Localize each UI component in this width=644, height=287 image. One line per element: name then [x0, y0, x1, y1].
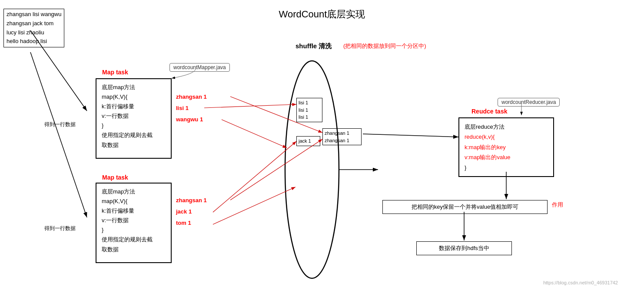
map2-line-1: 底层map方法 [102, 187, 166, 197]
input-line-3: lucy lisi zhaoliu [7, 28, 61, 37]
reduce-line-4: v:map输出的value [465, 152, 548, 162]
map1-out-3: wangwu 1 [176, 114, 207, 125]
hdfs-label: 数据保存到hdfs当中 [439, 245, 489, 251]
jack-line-1: jack 1 [299, 137, 318, 145]
lisi-line-2: lisi 1 [299, 107, 320, 114]
input-line-2: zhangsan jack tom [7, 19, 61, 28]
map-task-1-label: Map task [102, 69, 128, 76]
svg-line-6 [204, 104, 296, 108]
action-label: 作用 [552, 201, 563, 209]
input-data-box: zhangsan lisi wangwu zhangsan jack tom l… [3, 9, 64, 47]
map-task-2-label: Map task [102, 174, 128, 181]
mapper-file-label: wordcountMapper.java [169, 63, 230, 72]
map2-out-3: tom 1 [176, 217, 207, 229]
map1-line-4: v:一行数据 [102, 111, 166, 121]
reduce-line-2: reduce(k,v){ [465, 132, 548, 142]
map2-out-2: jack 1 [176, 206, 207, 217]
zhangsan-line-2: zhangsan 1 [325, 137, 359, 144]
reduce-box: 底层reduce方法 reduce(k,v){ k:map输出的key v:ma… [458, 117, 554, 177]
action-desc: 把相同的key保留一个并将value值相加即可 [412, 204, 518, 210]
reducer-file-label: wordcountReducer.java [498, 98, 560, 107]
inner-box-jack: jack 1 [296, 136, 320, 146]
shuffle-sublabel: (把相同的数据放到同一个分区中) [343, 42, 426, 50]
map1-out-2: lisi 1 [176, 103, 207, 114]
page-title: WordCount底层实现 [279, 8, 365, 21]
map2-line-4: v:一行数据 [102, 216, 166, 225]
map2-out-1: zhangsan 1 [176, 195, 207, 206]
map1-line-7: 取数据 [102, 140, 166, 150]
inner-box-lisi: lisi 1 lisi 1 lisi 1 [296, 98, 322, 122]
svg-point-2 [285, 61, 339, 278]
map1-line-2: map(K,V){ [102, 92, 166, 102]
arrow-label-2: 得到一行数据 [44, 225, 76, 232]
map2-line-3: k:首行偏移量 [102, 206, 166, 216]
map1-line-6: 使用指定的规则去截 [102, 130, 166, 140]
action-desc-box: 把相同的key保留一个并将value值相加即可 [382, 200, 548, 214]
reduce-line-1: 底层reduce方法 [465, 122, 548, 132]
map1-out-1: zhangsan 1 [176, 91, 207, 103]
map2-line-5: } [102, 225, 166, 235]
lisi-line-1: lisi 1 [299, 99, 320, 107]
watermark: https://blog.csdn.net/m0_46931742 [543, 280, 618, 285]
reduce-task-label: Reudce task [471, 108, 507, 115]
hdfs-box: 数据保存到hdfs当中 [416, 241, 512, 255]
svg-line-7 [222, 120, 287, 148]
lisi-line-3: lisi 1 [299, 113, 320, 121]
reduce-line-3: k:map输出的key [465, 142, 548, 152]
map1-line-5: } [102, 121, 166, 130]
input-line-1: zhangsan lisi wangwu [7, 10, 61, 19]
svg-line-4 [30, 52, 87, 217]
map2-line-6: 使用指定的规则去截 [102, 235, 166, 244]
svg-line-9 [213, 141, 296, 212]
inner-box-zhangsan: zhangsan 1 zhangsan 1 [322, 128, 362, 145]
input-line-4: hello hadoop lisi [7, 37, 61, 46]
map-box-2: 底层map方法 map(K,V){ k:首行偏移量 v:一行数据 } 使用指定的… [96, 183, 172, 263]
map2-line-2: map(K,V){ [102, 197, 166, 206]
svg-line-11 [363, 134, 458, 137]
map-output-1: zhangsan 1 lisi 1 wangwu 1 [176, 91, 207, 125]
svg-line-10 [213, 187, 295, 224]
shuffle-label: shuffle 清洗 [295, 42, 332, 50]
svg-line-8 [230, 139, 322, 200]
map1-line-1: 底层map方法 [102, 83, 166, 92]
zhangsan-line-1: zhangsan 1 [325, 130, 359, 137]
map2-line-7: 取数据 [102, 245, 166, 254]
reduce-line-5: } [465, 163, 548, 173]
map-box-1: 底层map方法 map(K,V){ k:首行偏移量 v:一行数据 } 使用指定的… [96, 78, 172, 159]
arrow-label-1: 得到一行数据 [44, 121, 76, 128]
map1-line-3: k:首行偏移量 [102, 102, 166, 111]
map-output-2: zhangsan 1 jack 1 tom 1 [176, 195, 207, 229]
